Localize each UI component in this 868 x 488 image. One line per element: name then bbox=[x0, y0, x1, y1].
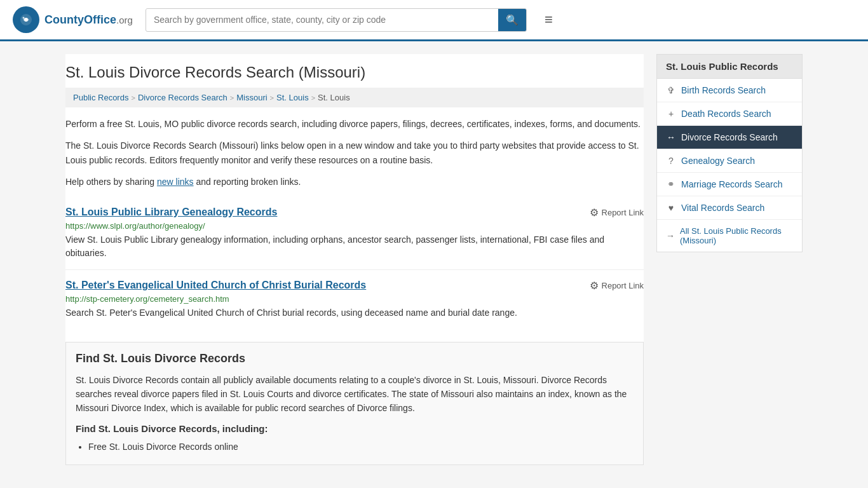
sidebar-label-6: All St. Louis Public Records (Missouri) bbox=[680, 226, 793, 245]
find-section-body: St. Louis Divorce Records contain all pu… bbox=[76, 373, 634, 416]
breadcrumb-missouri[interactable]: Missouri bbox=[236, 93, 267, 102]
breadcrumb-sep-2: > bbox=[230, 94, 234, 102]
sidebar: St. Louis Public Records ✞Birth Records … bbox=[656, 54, 803, 465]
sidebar-icon-2: ↔ bbox=[666, 132, 676, 142]
record-title-1[interactable]: St. Peter's Evangelical United Church of… bbox=[65, 280, 366, 291]
sidebar-item-1: +Death Records Search bbox=[657, 102, 802, 126]
sidebar-label-1: Death Records Search bbox=[681, 109, 771, 119]
sidebar-label-2: Divorce Records Search bbox=[681, 132, 778, 142]
find-section-heading: Find St. Louis Divorce Records bbox=[76, 352, 634, 365]
sidebar-label-5: Vital Records Search bbox=[681, 203, 764, 213]
sidebar-item-5: ♥Vital Records Search bbox=[657, 196, 802, 220]
search-bar: 🔍 bbox=[146, 8, 527, 32]
report-icon-1: ⚙ bbox=[590, 280, 599, 292]
breadcrumb: Public Records > Divorce Records Search … bbox=[65, 88, 644, 107]
site-logo[interactable]: CountyOffice.org bbox=[13, 6, 133, 33]
logo-text: CountyOffice.org bbox=[44, 13, 133, 27]
sidebar-icon-1: + bbox=[666, 109, 676, 119]
record-desc-1: Search St. Peter's Evangelical United Ch… bbox=[65, 306, 644, 320]
sidebar-item-3: ?Genealogy Search bbox=[657, 149, 802, 173]
record-url-1[interactable]: http://stp-cemetery.org/cemetery_search.… bbox=[65, 294, 644, 304]
main-container: St. Louis Divorce Records Search (Missou… bbox=[53, 41, 815, 478]
hamburger-menu-button[interactable]: ≡ bbox=[539, 9, 558, 30]
breadcrumb-st-louis-1[interactable]: St. Louis bbox=[276, 93, 309, 102]
search-input[interactable] bbox=[146, 10, 498, 30]
find-section-subheading: Find St. Louis Divorce Records, includin… bbox=[76, 423, 634, 434]
sidebar-icon-3: ? bbox=[666, 156, 676, 166]
sidebar-link-6[interactable]: →All St. Louis Public Records (Missouri) bbox=[657, 220, 802, 252]
logo-org-text: .org bbox=[116, 15, 133, 25]
breadcrumb-sep-4: > bbox=[311, 94, 315, 102]
sidebar-list: ✞Birth Records Search+Death Records Sear… bbox=[657, 79, 802, 252]
report-link-0[interactable]: ⚙ Report Link bbox=[590, 207, 644, 219]
svg-point-2 bbox=[24, 18, 28, 22]
sidebar-item-2: ↔Divorce Records Search bbox=[657, 126, 802, 149]
sidebar-label-3: Genealogy Search bbox=[681, 156, 755, 166]
sidebar-box: St. Louis Public Records ✞Birth Records … bbox=[656, 54, 803, 252]
sidebar-item-4: ⚭Marriage Records Search bbox=[657, 173, 802, 196]
sidebar-icon-6: → bbox=[666, 231, 675, 241]
content-area: St. Louis Divorce Records Search (Missou… bbox=[65, 54, 644, 465]
help-before: Help others by sharing bbox=[65, 177, 157, 187]
find-list-item: Free St. Louis Divorce Records online bbox=[88, 439, 634, 455]
sidebar-icon-0: ✞ bbox=[666, 85, 676, 95]
find-section-list: Free St. Louis Divorce Records online bbox=[76, 439, 634, 455]
sidebar-label-4: Marriage Records Search bbox=[681, 179, 783, 189]
record-desc-0: View St. Louis Public Library genealogy … bbox=[65, 233, 644, 260]
record-list: St. Louis Public Library Genealogy Recor… bbox=[65, 197, 644, 329]
record-item-header-1: St. Peter's Evangelical United Church of… bbox=[65, 280, 644, 292]
sidebar-title: St. Louis Public Records bbox=[657, 55, 802, 79]
breadcrumb-sep-1: > bbox=[131, 94, 135, 102]
breadcrumb-divorce-records[interactable]: Divorce Records Search bbox=[138, 93, 227, 102]
record-item-header-0: St. Louis Public Library Genealogy Recor… bbox=[65, 207, 644, 219]
sidebar-link-2[interactable]: ↔Divorce Records Search bbox=[657, 126, 802, 149]
help-after: and reporting broken links. bbox=[194, 177, 301, 187]
record-title-0[interactable]: St. Louis Public Library Genealogy Recor… bbox=[65, 207, 277, 218]
breadcrumb-sep-3: > bbox=[270, 94, 274, 102]
sidebar-link-4[interactable]: ⚭Marriage Records Search bbox=[657, 173, 802, 196]
report-link-1[interactable]: ⚙ Report Link bbox=[590, 280, 644, 292]
sidebar-link-5[interactable]: ♥Vital Records Search bbox=[657, 196, 802, 219]
page-title: St. Louis Divorce Records Search (Missou… bbox=[65, 54, 644, 88]
sidebar-label-0: Birth Records Search bbox=[681, 85, 766, 95]
sidebar-icon-5: ♥ bbox=[666, 203, 676, 213]
breadcrumb-current: St. Louis bbox=[318, 93, 350, 102]
report-icon-0: ⚙ bbox=[590, 207, 599, 219]
new-links-anchor[interactable]: new links bbox=[157, 177, 194, 187]
sidebar-item-0: ✞Birth Records Search bbox=[657, 79, 802, 102]
sidebar-link-0[interactable]: ✞Birth Records Search bbox=[657, 79, 802, 102]
logo-icon bbox=[13, 6, 39, 33]
sidebar-link-1[interactable]: +Death Records Search bbox=[657, 102, 802, 125]
record-url-0[interactable]: https://www.slpl.org/author/genealogy/ bbox=[65, 221, 644, 231]
svg-point-3 bbox=[23, 17, 25, 19]
sidebar-icon-4: ⚭ bbox=[666, 179, 676, 189]
help-text: Help others by sharing new links and rep… bbox=[65, 175, 644, 189]
find-section: Find St. Louis Divorce Records St. Louis… bbox=[65, 342, 644, 465]
description-2: The St. Louis Divorce Records Search (Mi… bbox=[65, 139, 644, 167]
breadcrumb-public-records[interactable]: Public Records bbox=[73, 93, 128, 102]
sidebar-item-6: →All St. Louis Public Records (Missouri) bbox=[657, 220, 802, 252]
description-1: Perform a free St. Louis, MO public divo… bbox=[65, 117, 644, 131]
sidebar-link-3[interactable]: ?Genealogy Search bbox=[657, 149, 802, 172]
site-header: CountyOffice.org 🔍 ≡ bbox=[0, 0, 868, 41]
record-item: St. Louis Public Library Genealogy Recor… bbox=[65, 197, 644, 270]
search-button[interactable]: 🔍 bbox=[498, 9, 526, 31]
record-item: St. Peter's Evangelical United Church of… bbox=[65, 270, 644, 329]
